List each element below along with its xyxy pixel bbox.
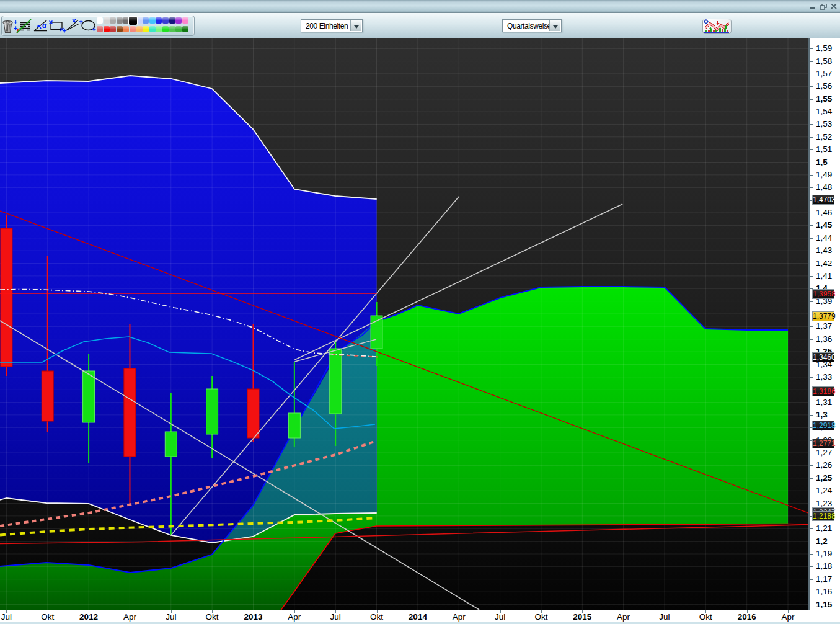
svg-text:α: α [42,21,47,30]
svg-text:+: + [14,24,17,32]
